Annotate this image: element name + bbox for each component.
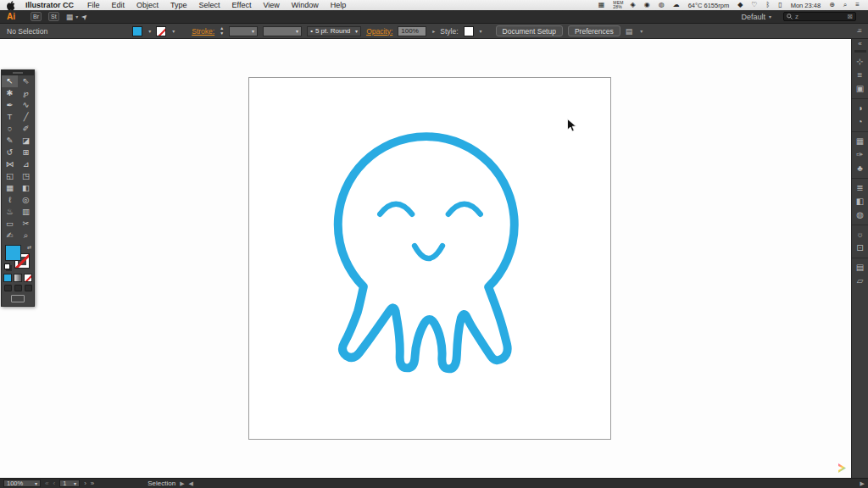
panel-graphic-styles[interactable]: ⊡: [852, 241, 868, 255]
tool-lasso[interactable]: ℘: [18, 87, 34, 99]
panel-color[interactable]: ◑: [852, 98, 868, 115]
status-bar-splitter-arrow[interactable]: ◀: [189, 480, 193, 487]
tool-symbol-sprayer[interactable]: ♨: [2, 206, 18, 218]
tool-paintbrush[interactable]: ✐: [18, 123, 34, 135]
menubar-status-bulb-icon[interactable]: ◍: [659, 2, 666, 8]
panel-swatches[interactable]: ▦: [852, 131, 868, 148]
menubar-status-menu-list-icon[interactable]: ≡: [855, 2, 861, 8]
tool-free-transform[interactable]: ⊞: [18, 147, 34, 158]
octopus-outline[interactable]: [338, 136, 515, 369]
style-caret[interactable]: ▾: [480, 28, 482, 34]
artboard[interactable]: [248, 77, 611, 440]
draw-normal-button[interactable]: [4, 285, 12, 291]
artboard-number-field[interactable]: 1 ▾: [59, 480, 80, 487]
tool-pencil[interactable]: ✎: [2, 135, 18, 147]
tool-eyedropper[interactable]: ℓ: [2, 194, 18, 206]
tool-perspective-grid[interactable]: ◳: [18, 170, 34, 182]
first-artboard-icon[interactable]: «: [45, 480, 48, 487]
menu-help[interactable]: Help: [331, 1, 347, 9]
menubar-status-drop-icon[interactable]: ◆: [737, 2, 744, 8]
menu-file[interactable]: File: [87, 1, 100, 9]
tool-width-tool[interactable]: ⋈: [2, 158, 18, 170]
style-swatch[interactable]: [464, 26, 474, 36]
stroke-panel-link[interactable]: Stroke:: [192, 27, 214, 36]
menu-select[interactable]: Select: [199, 1, 220, 9]
tool-artboard-tool[interactable]: ▭: [2, 218, 18, 230]
arrange-documents-caret[interactable]: ▾: [75, 14, 78, 19]
document-canvas[interactable]: [0, 39, 851, 478]
tool-line-segment[interactable]: ╱: [18, 111, 34, 123]
bridge-button[interactable]: Br: [31, 12, 42, 21]
status-bar-right-arrow[interactable]: ▶: [860, 480, 865, 487]
menubar-status-clock[interactable]: Mon 23:48: [791, 2, 822, 9]
panel-transform[interactable]: ⊹: [852, 55, 868, 69]
align-glyphs-caret[interactable]: ▾: [640, 28, 643, 34]
menu-window[interactable]: Window: [292, 1, 319, 9]
preferences-button[interactable]: Preferences: [568, 25, 620, 36]
dock-handle[interactable]: [854, 50, 866, 53]
brush-definition-field[interactable]: • 5 pt. Round ▾: [307, 26, 361, 36]
tool-mesh[interactable]: ▦: [2, 182, 18, 194]
zoom-level-field[interactable]: 100% ▾: [3, 480, 41, 487]
share-icon[interactable]: ➤: [80, 11, 90, 21]
panel-artboards[interactable]: ▱: [852, 274, 868, 288]
panel-align[interactable]: ≡: [852, 69, 868, 82]
gradient-mode-button[interactable]: [14, 274, 22, 282]
menu-effect[interactable]: Effect: [232, 1, 252, 9]
menubar-status-shield-icon[interactable]: ◈: [631, 2, 637, 8]
default-fill-stroke-icon[interactable]: [4, 263, 10, 269]
tool-scale[interactable]: ⊿: [18, 158, 34, 170]
apple-menu-icon[interactable]: [7, 1, 15, 10]
menu-illustrator[interactable]: Illustrator CC: [25, 1, 74, 9]
tool-curvature[interactable]: ∿: [18, 99, 34, 111]
menubar-status-display-icon[interactable]: ▯: [778, 2, 783, 8]
stroke-color-swatch[interactable]: [156, 26, 166, 36]
tool-direct-selection[interactable]: ⇖: [18, 75, 34, 87]
menubar-status-dot-icon[interactable]: ◉: [644, 2, 652, 8]
menubar-status-temp-fan-indicator[interactable]: 64°C 6155rpm: [688, 2, 731, 9]
search-field[interactable]: z ⊠: [783, 12, 856, 21]
previous-artboard-icon[interactable]: ‹: [53, 480, 55, 487]
color-mode-button[interactable]: [3, 274, 12, 282]
document-setup-button[interactable]: Document Setup: [496, 25, 563, 36]
tool-hand[interactable]: ✍: [2, 230, 18, 241]
tool-rotate[interactable]: ↺: [2, 147, 18, 158]
tool-selection[interactable]: ↖: [2, 75, 18, 87]
fill-color-caret[interactable]: ▾: [148, 28, 151, 34]
tool-pen[interactable]: ✒: [2, 99, 18, 111]
menu-object[interactable]: Object: [136, 1, 159, 9]
workspace-switcher[interactable]: Default ▾: [741, 13, 771, 21]
panel-transparency[interactable]: ◍: [852, 208, 868, 222]
opacity-panel-link[interactable]: Opacity:: [366, 27, 392, 36]
panel-color-guide[interactable]: ◔: [852, 115, 868, 129]
search-clear-icon[interactable]: ⊠: [847, 13, 853, 20]
menubar-status-activity-icon[interactable]: ▦: [598, 2, 607, 8]
tool-magic-wand[interactable]: ✱: [2, 87, 18, 99]
panel-stroke[interactable]: ≣: [852, 178, 868, 195]
menubar-status-bluetooth-icon[interactable]: ᛒ: [765, 2, 771, 8]
opacity-field[interactable]: 100%: [398, 26, 426, 36]
panel-appearance[interactable]: ☼: [852, 225, 868, 241]
menubar-status-heart-icon[interactable]: ♡: [751, 2, 759, 8]
tool-slice[interactable]: ✂: [18, 218, 34, 230]
tool-zoom-tool[interactable]: ⌕: [18, 230, 34, 241]
tool-blend[interactable]: ◎: [18, 194, 34, 206]
screen-mode-button[interactable]: [2, 293, 34, 306]
status-bar-menu-arrow[interactable]: ▶: [180, 480, 184, 487]
panel-symbols[interactable]: ♣: [852, 162, 868, 175]
tool-column-graph[interactable]: ▥: [18, 206, 34, 218]
stroke-weight-field[interactable]: ▾: [229, 26, 258, 36]
tool-type[interactable]: T: [2, 111, 18, 123]
menubar-status-cloud-icon[interactable]: ☁: [673, 2, 682, 8]
stroke-color-caret[interactable]: ▾: [172, 28, 175, 34]
fill-color-swatch[interactable]: [132, 26, 142, 36]
align-glyphs-icon[interactable]: ▤: [626, 27, 633, 36]
swap-fill-stroke-icon[interactable]: ⇄: [27, 244, 31, 250]
octopus-artwork[interactable]: [249, 78, 610, 439]
draw-behind-button[interactable]: [14, 285, 22, 291]
none-mode-button[interactable]: [24, 274, 32, 282]
tool-shape[interactable]: ○: [2, 123, 18, 135]
expand-panels-icon[interactable]: «: [858, 39, 861, 49]
stock-button[interactable]: St: [48, 12, 59, 21]
panel-layers[interactable]: ▤: [852, 258, 868, 274]
